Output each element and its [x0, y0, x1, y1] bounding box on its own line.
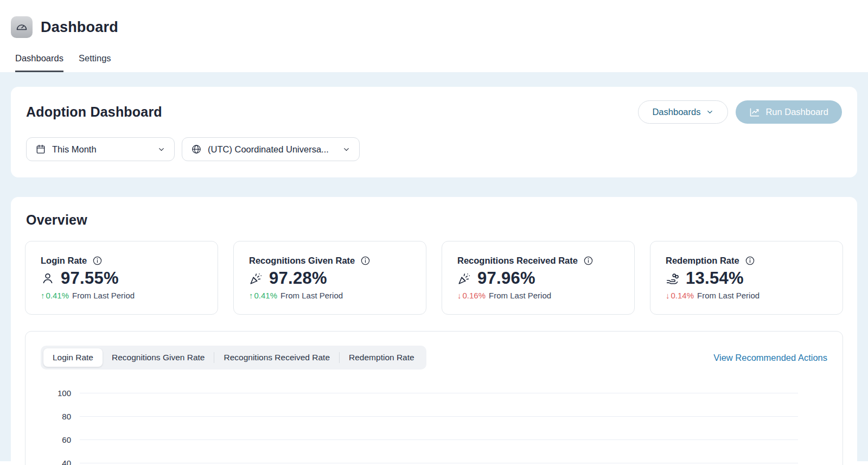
content-area: Adoption Dashboard Dashboards — [0, 72, 868, 461]
calendar-icon — [35, 144, 46, 155]
y-axis-tick: 80 — [48, 412, 80, 421]
overview-card: Overview Login Rate — [11, 197, 857, 465]
metric-card-login-rate: Login Rate 97.55% — [25, 241, 218, 315]
party-popper-icon — [249, 271, 263, 285]
timezone-select[interactable]: (UTC) Coordinated Universa... — [182, 137, 360, 161]
tab-settings[interactable]: Settings — [79, 53, 111, 72]
info-icon[interactable] — [745, 256, 755, 266]
hand-coins-icon — [666, 271, 680, 285]
chart-tab-redemption-rate[interactable]: Redemption Rate — [340, 348, 424, 367]
metric-value: 13.54% — [686, 269, 744, 288]
run-dashboard-button[interactable]: Run Dashboard — [736, 100, 842, 124]
arrow-down-icon: ↓ — [457, 291, 462, 300]
metric-delta-suffix: From Last Period — [489, 291, 551, 300]
chevron-down-icon — [706, 108, 714, 116]
globe-icon — [191, 144, 202, 155]
overview-title: Overview — [26, 212, 843, 228]
arrow-down-icon: ↓ — [666, 291, 670, 300]
gridline — [80, 416, 798, 417]
dashboards-dropdown-label: Dashboards — [652, 107, 700, 117]
chart-line-icon — [749, 107, 760, 118]
gridline — [80, 393, 798, 393]
date-range-select[interactable]: This Month — [26, 137, 175, 161]
page-title: Dashboard — [41, 19, 118, 36]
metric-delta-suffix: From Last Period — [72, 291, 135, 300]
adoption-dashboard-card: Adoption Dashboard Dashboards — [11, 87, 857, 177]
metric-value: 97.55% — [61, 269, 119, 288]
metric-value: 97.28% — [269, 269, 327, 288]
adoption-dashboard-title: Adoption Dashboard — [26, 104, 162, 120]
chevron-down-icon — [157, 145, 165, 154]
chart-tab-recognitions-received-rate[interactable]: Recognitions Received Rate — [214, 348, 339, 367]
run-dashboard-label: Run Dashboard — [765, 107, 828, 117]
metric-label: Login Rate — [41, 256, 87, 266]
arrow-up-icon: ↑ — [249, 291, 253, 300]
chevron-down-icon — [342, 145, 350, 154]
chart-tab-recognitions-given-rate[interactable]: Recognitions Given Rate — [103, 348, 214, 367]
info-icon[interactable] — [583, 256, 593, 266]
app-header: Dashboard — [0, 0, 868, 38]
info-icon[interactable] — [360, 256, 371, 266]
chart-panel: Login Rate Recognitions Given Rate Recog… — [25, 331, 843, 465]
timezone-value: (UTC) Coordinated Universa... — [208, 144, 336, 155]
top-tab-bar: Dashboards Settings — [0, 53, 868, 72]
metric-delta-suffix: From Last Period — [697, 291, 760, 300]
metric-card-recognitions-given-rate: Recognitions Given Rate — [233, 241, 426, 315]
info-icon[interactable] — [92, 256, 103, 266]
metric-label: Recognitions Given Rate — [249, 256, 355, 266]
metric-delta-value: 0.41% — [46, 291, 69, 300]
metric-value: 97.96% — [477, 269, 535, 288]
chart-tab-bar: Login Rate Recognitions Given Rate Recog… — [41, 346, 426, 370]
dashboards-dropdown-button[interactable]: Dashboards — [638, 100, 728, 124]
view-recommended-actions-link[interactable]: View Recommended Actions — [713, 353, 827, 363]
metric-delta-value: 0.14% — [671, 291, 694, 300]
user-icon — [41, 271, 55, 285]
chart-tab-login-rate[interactable]: Login Rate — [43, 348, 103, 367]
tab-dashboards[interactable]: Dashboards — [15, 53, 63, 72]
metrics-row: Login Rate 97.55% — [25, 241, 843, 315]
gridline — [80, 439, 798, 440]
gridline — [80, 463, 798, 463]
gauge-app-icon — [11, 16, 33, 38]
metric-label: Recognitions Received Rate — [457, 256, 578, 266]
chart-plot-area: 100 80 60 40 — [41, 381, 827, 465]
metric-delta-value: 0.16% — [463, 291, 486, 300]
metric-card-recognitions-received-rate: Recognitions Received Rate — [442, 241, 635, 315]
metric-delta-suffix: From Last Period — [280, 291, 343, 300]
party-popper-icon — [457, 271, 471, 285]
y-axis-tick: 40 — [48, 458, 80, 465]
y-axis-tick: 100 — [48, 388, 80, 398]
metric-label: Redemption Rate — [666, 256, 739, 266]
metric-delta-value: 0.41% — [254, 291, 278, 300]
date-range-value: This Month — [52, 144, 151, 155]
y-axis-tick: 60 — [48, 435, 80, 444]
metric-card-redemption-rate: Redemption Rate — [650, 241, 843, 315]
arrow-up-icon: ↑ — [41, 291, 45, 300]
